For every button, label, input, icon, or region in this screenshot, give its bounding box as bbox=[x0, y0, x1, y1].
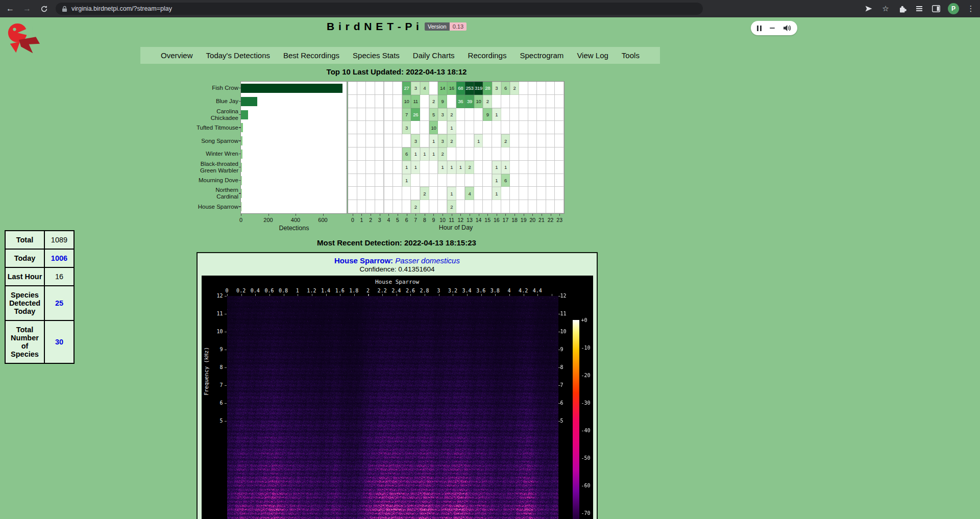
spectrogram-y-ticks-left bbox=[225, 296, 227, 439]
detection-count-bar bbox=[241, 110, 248, 119]
reading-list-icon[interactable] bbox=[914, 4, 924, 14]
url-bar[interactable]: virginia.birdnetpi.com/?stream=play bbox=[56, 3, 703, 15]
stat-species-today-value[interactable]: 25 bbox=[44, 286, 74, 320]
audio-player[interactable] bbox=[751, 21, 797, 35]
spec-x-tick-label: 3.6 bbox=[476, 288, 485, 293]
heatmap-cell: 2 bbox=[465, 161, 474, 174]
heatmap-grid: 2734141668253319283621011293639102726532… bbox=[348, 81, 565, 214]
browser-menu-icon[interactable]: ⋮ bbox=[966, 4, 976, 14]
hour-tick-label: 18 bbox=[511, 217, 518, 223]
profile-avatar[interactable]: P bbox=[948, 3, 959, 14]
heatmap-cell: 2 bbox=[510, 82, 519, 95]
species-label: Tufted Titmouse bbox=[197, 125, 238, 131]
axis-tick bbox=[239, 193, 241, 194]
hour-tick-label: 17 bbox=[503, 217, 509, 223]
heatmap-cell: 10 bbox=[402, 95, 411, 108]
axis-tick bbox=[323, 214, 324, 216]
heatmap-cell: 3 bbox=[492, 82, 501, 95]
heatmap-cell: 26 bbox=[411, 108, 420, 121]
hour-tick-label: 22 bbox=[548, 217, 554, 223]
detection-species-link[interactable]: House Sparrow: bbox=[334, 256, 393, 265]
axis-tick bbox=[388, 214, 389, 216]
spec-y-tick-label: 5 bbox=[560, 418, 574, 424]
heatmap-cell: 2 bbox=[501, 134, 510, 147]
nav-item-view-log[interactable]: View Log bbox=[577, 51, 608, 60]
side-panel-icon[interactable] bbox=[931, 4, 941, 14]
heatmap-cell: 16 bbox=[447, 82, 456, 95]
nav-item-daily-charts[interactable]: Daily Charts bbox=[413, 51, 455, 60]
axis-tick bbox=[239, 101, 241, 102]
colorbar-tick-label: -30 bbox=[581, 400, 591, 406]
axis-tick bbox=[425, 214, 425, 216]
nav-item-best-recordings[interactable]: Best Recordings bbox=[283, 51, 339, 60]
axis-tick bbox=[239, 140, 241, 141]
volume-icon[interactable] bbox=[783, 24, 791, 32]
nav-item-spectrogram[interactable]: Spectrogram bbox=[520, 51, 564, 60]
hour-tick-label: 8 bbox=[423, 217, 426, 223]
spec-x-tick-label: 1.8 bbox=[349, 288, 358, 293]
spec-x-tick-label: 4 bbox=[507, 288, 510, 293]
heatmap-cell: 7 bbox=[402, 108, 411, 121]
detection-confidence: Confidence: 0.41351604 bbox=[198, 265, 597, 274]
share-button[interactable] bbox=[864, 4, 874, 14]
detection-scientific-name[interactable]: Passer domesticus bbox=[395, 256, 460, 265]
spec-x-tick-label: 0.4 bbox=[251, 288, 260, 293]
axis-tick bbox=[514, 214, 515, 216]
species-label: Song Sparrow bbox=[201, 138, 238, 144]
heatmap-cell: 36 bbox=[456, 95, 465, 108]
heatmap-cell: 3 bbox=[438, 134, 447, 147]
bar-axis-tick-label: 400 bbox=[291, 217, 300, 223]
nav-item-recordings[interactable]: Recordings bbox=[468, 51, 507, 60]
spec-x-tick-label: 2 bbox=[366, 288, 370, 293]
axis-tick bbox=[296, 214, 296, 216]
axis-tick bbox=[487, 214, 488, 216]
table-row: Last Hour 16 bbox=[5, 267, 74, 286]
heatmap-cell: 1 bbox=[411, 161, 420, 174]
spec-x-tick-label: 2.2 bbox=[378, 288, 387, 293]
heatmap-cell: 2 bbox=[429, 95, 438, 108]
heatmap-cell: 1 bbox=[492, 187, 501, 200]
stat-total-species-value[interactable]: 30 bbox=[44, 320, 74, 363]
species-label: Carolina Chickadee bbox=[211, 108, 238, 121]
back-button[interactable]: ← bbox=[4, 2, 17, 15]
spec-y-tick-label: 8 bbox=[210, 364, 223, 370]
birdnet-logo[interactable] bbox=[4, 22, 42, 57]
axis-tick bbox=[505, 214, 506, 216]
detection-count-bar bbox=[241, 123, 243, 132]
seek-bar[interactable] bbox=[770, 28, 775, 29]
extensions-icon[interactable] bbox=[897, 4, 908, 14]
nav-item-overview[interactable]: Overview bbox=[161, 51, 193, 60]
axis-tick bbox=[239, 167, 241, 168]
spec-x-tick-label: 0 bbox=[225, 288, 228, 293]
forward-button[interactable]: → bbox=[20, 2, 34, 15]
nav-item-tools[interactable]: Tools bbox=[622, 51, 640, 60]
reload-button[interactable] bbox=[37, 2, 51, 15]
table-row: Today 1006 bbox=[5, 249, 74, 267]
axis-tick bbox=[268, 214, 269, 216]
stat-today-value[interactable]: 1006 bbox=[44, 249, 74, 267]
spec-x-tick-label: 2.8 bbox=[420, 288, 429, 293]
hour-tick-label: 0 bbox=[351, 217, 354, 223]
axis-tick bbox=[239, 154, 241, 155]
axis-tick bbox=[371, 214, 371, 216]
table-row: Total Number of Species 30 bbox=[5, 320, 74, 363]
heatmap-cell: 28 bbox=[483, 82, 492, 95]
axis-tick bbox=[239, 114, 241, 115]
axis-tick bbox=[353, 214, 353, 216]
heatmap-cell: 1 bbox=[429, 147, 438, 161]
pause-icon[interactable] bbox=[757, 26, 762, 31]
stat-species-today-label: Species Detected Today bbox=[5, 286, 44, 320]
hour-tick-label: 21 bbox=[538, 217, 545, 223]
axis-tick bbox=[551, 214, 551, 216]
heatmap-cell: 10 bbox=[474, 95, 483, 108]
nav-item-species-stats[interactable]: Species Stats bbox=[353, 51, 400, 60]
stats-table: Total 1089 Today 1006 Last Hour 16 Speci… bbox=[5, 230, 75, 364]
spec-x-tick-label: 1.2 bbox=[307, 288, 316, 293]
bookmark-star-icon[interactable]: ☆ bbox=[880, 4, 891, 14]
nav-item-today-s-detections[interactable]: Today's Detections bbox=[206, 51, 270, 60]
hour-tick-label: 14 bbox=[476, 217, 482, 223]
species-label: Winter Wren bbox=[206, 151, 238, 157]
heatmap-cell: 1 bbox=[501, 161, 510, 174]
axis-tick bbox=[398, 214, 398, 216]
reload-icon bbox=[40, 5, 48, 13]
